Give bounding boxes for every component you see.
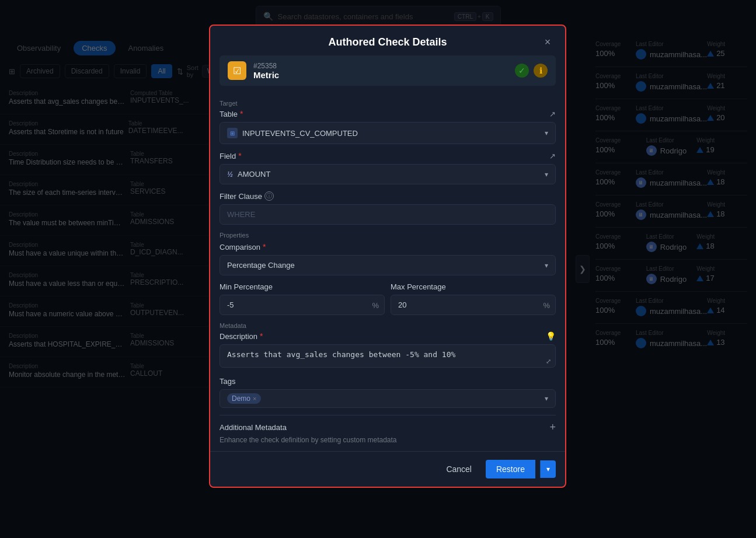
tags-label: Tags bbox=[220, 377, 556, 386]
required-indicator: * bbox=[260, 331, 263, 341]
percent-suffix-icon: % bbox=[543, 301, 550, 309]
min-percentage-input-wrap: % bbox=[220, 295, 385, 315]
table-field-header: Table * ↗ bbox=[220, 109, 556, 118]
expand-icon[interactable]: ⤢ bbox=[546, 358, 551, 365]
status-warn-icon: ℹ bbox=[534, 64, 548, 78]
cancel-button[interactable]: Cancel bbox=[437, 460, 481, 478]
check-type: Metric bbox=[253, 70, 508, 80]
external-link-icon[interactable]: ↗ bbox=[549, 152, 556, 160]
filter-title: Filter Clause ⓘ bbox=[220, 191, 274, 201]
percent-suffix-icon: % bbox=[372, 301, 379, 309]
filter-field-header: Filter Clause ⓘ bbox=[220, 191, 556, 201]
field-select-inner: ½ AMOUNT bbox=[227, 170, 270, 179]
max-percentage-col: Max Percentage % bbox=[391, 282, 556, 315]
restore-button[interactable]: Restore bbox=[486, 460, 535, 478]
status-check-icon: ✓ bbox=[515, 64, 529, 78]
comparison-select-inner: Percentage Change bbox=[227, 261, 295, 270]
min-percentage-col: Min Percentage % bbox=[220, 282, 385, 315]
table-select-inner: ⊞ INPUTEVENTS_CV_COMPUTED bbox=[227, 128, 358, 138]
comparison-title: Comparison * bbox=[220, 242, 266, 251]
external-link-icon[interactable]: ↗ bbox=[549, 110, 556, 118]
comparison-select[interactable]: Percentage Change ▾ bbox=[220, 255, 556, 275]
required-indicator: * bbox=[263, 242, 266, 251]
modal-header: Authored Check Details × bbox=[210, 26, 565, 55]
tags-input[interactable]: Demo × ▾ bbox=[220, 389, 556, 408]
tags-section: Tags Demo × ▾ bbox=[220, 377, 556, 408]
table-select[interactable]: ⊞ INPUTEVENTS_CV_COMPUTED ▾ bbox=[220, 122, 556, 144]
additional-meta-title: Additional Metadata bbox=[220, 423, 287, 432]
description-header: Description * 💡 bbox=[220, 331, 556, 341]
authored-check-modal: Authored Check Details × ☑ #25358 Metric… bbox=[209, 25, 566, 488]
field-value: AMOUNT bbox=[238, 170, 270, 179]
max-percentage-label: Max Percentage bbox=[391, 282, 556, 291]
properties-label: Properties bbox=[220, 232, 556, 239]
min-percentage-label: Min Percentage bbox=[220, 282, 385, 291]
percentage-row: Min Percentage % Max Percentage % bbox=[220, 282, 556, 315]
comparison-label: Comparison bbox=[220, 243, 260, 251]
metadata-section: Metadata Description * 💡 Asserts that av… bbox=[220, 322, 556, 444]
target-section-label: Target bbox=[220, 100, 556, 107]
field-type-icon: ½ bbox=[227, 170, 233, 179]
filter-input[interactable] bbox=[220, 204, 556, 225]
chevron-down-icon: ▾ bbox=[545, 261, 548, 270]
table-label: Table bbox=[220, 110, 238, 118]
info-icon[interactable]: ⓘ bbox=[264, 191, 274, 201]
field-title: Field * bbox=[220, 151, 242, 160]
tags-chevron: ▾ bbox=[545, 394, 548, 403]
description-input-wrap: Asserts that avg_sales changes between -… bbox=[220, 344, 556, 370]
table-db-icon: ⊞ bbox=[227, 128, 238, 138]
tag-label: Demo bbox=[232, 394, 250, 403]
description-title: Description * bbox=[220, 331, 263, 341]
check-info: #25358 Metric bbox=[253, 62, 508, 80]
modal-title: Authored Check Details bbox=[328, 36, 447, 48]
description-label: Description bbox=[220, 332, 257, 341]
tag-remove-button[interactable]: × bbox=[253, 395, 256, 402]
required-indicator: * bbox=[240, 109, 243, 118]
additional-meta-header: Additional Metadata + bbox=[220, 421, 556, 434]
table-value: INPUTEVENTS_CV_COMPUTED bbox=[242, 129, 358, 138]
chevron-down-icon: ▾ bbox=[545, 129, 548, 137]
comparison-header: Comparison * bbox=[220, 242, 556, 251]
table-field-title: Table * bbox=[220, 109, 243, 118]
chevron-down-icon: ▾ bbox=[545, 170, 548, 179]
check-id: #25358 bbox=[253, 62, 508, 70]
tag-pill: Demo × bbox=[227, 393, 261, 404]
min-percentage-input[interactable] bbox=[220, 295, 385, 315]
additional-meta-desc: Enhance the check definition by setting … bbox=[220, 436, 556, 444]
additional-metadata-section: Additional Metadata + Enhance the check … bbox=[220, 415, 556, 444]
required-indicator: * bbox=[238, 151, 241, 160]
metadata-label: Metadata bbox=[220, 322, 556, 329]
modal-body: Target Table * ↗ ⊞ INPUTEVENTS_CV_COMPUT… bbox=[210, 93, 565, 451]
field-label: Field bbox=[220, 152, 236, 160]
check-type-icon: ☑ bbox=[228, 61, 246, 80]
max-percentage-input[interactable] bbox=[391, 295, 556, 315]
close-button[interactable]: × bbox=[539, 34, 556, 50]
check-header: ☑ #25358 Metric ✓ ℹ bbox=[220, 55, 556, 86]
filter-label: Filter Clause bbox=[220, 192, 262, 201]
description-textarea[interactable]: Asserts that avg_sales changes between -… bbox=[220, 344, 556, 368]
dropdown-chevron-icon: ▾ bbox=[546, 465, 550, 473]
add-metadata-button[interactable]: + bbox=[549, 421, 556, 434]
status-icons: ✓ ℹ bbox=[515, 64, 548, 78]
max-percentage-input-wrap: % bbox=[391, 295, 556, 315]
field-select[interactable]: ½ AMOUNT ▾ bbox=[220, 164, 556, 184]
modal-footer: Cancel Restore ▾ bbox=[210, 451, 565, 487]
comparison-value: Percentage Change bbox=[227, 261, 295, 270]
field-header: Field * ↗ bbox=[220, 151, 556, 160]
restore-dropdown-button[interactable]: ▾ bbox=[540, 460, 556, 478]
lightbulb-icon[interactable]: 💡 bbox=[546, 331, 556, 341]
